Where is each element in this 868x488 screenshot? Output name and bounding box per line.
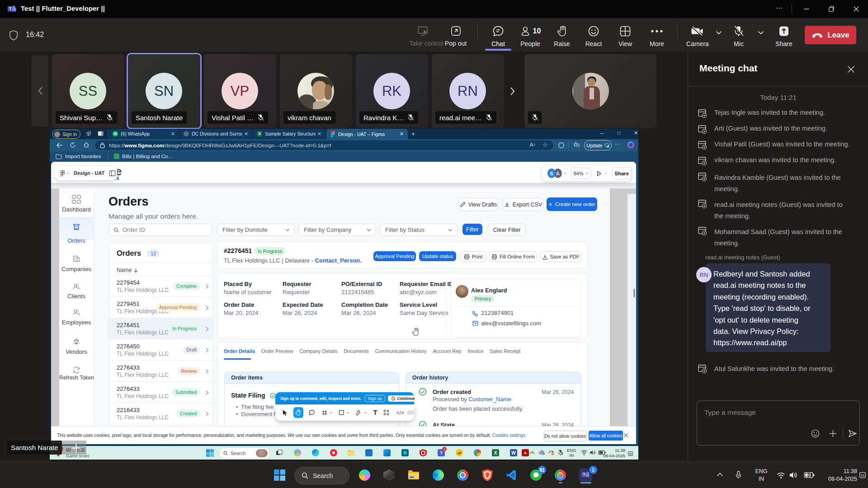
- svg-text:T: T: [9, 6, 11, 11]
- svg-text:T: T: [583, 472, 585, 476]
